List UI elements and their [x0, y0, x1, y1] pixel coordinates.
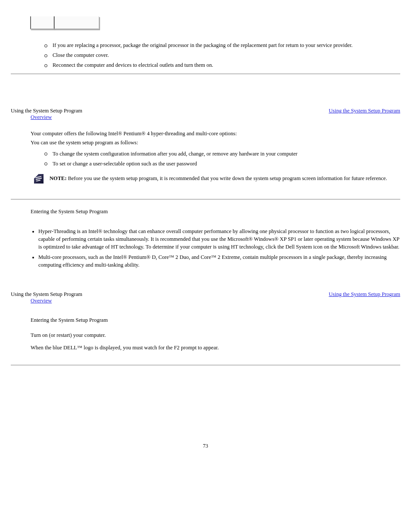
- list-item: If you are replacing a processor, packag…: [44, 42, 400, 49]
- note-text: NOTE: Before you use the system setup pr…: [50, 175, 387, 182]
- list-item: To change the system configuration infor…: [44, 151, 400, 157]
- page-number: 73: [11, 443, 400, 449]
- system-setup-intro-row-2: Using the System Setup Program Using the…: [11, 291, 400, 298]
- top-cell-right: [54, 16, 99, 29]
- overview-link[interactable]: Overview: [31, 114, 52, 121]
- system-setup-link-2[interactable]: Using the System Setup Program: [329, 291, 400, 298]
- intro-text-2: Using the System Setup Program: [11, 291, 82, 298]
- list-item: Reconnect the computer and devices to el…: [44, 62, 400, 68]
- section1-body: Your computer offers the following Intel…: [31, 130, 400, 146]
- system-setup-intro-row: Using the System Setup Program Using the…: [11, 108, 400, 114]
- section2-lead-text: Entering the System Setup Program: [31, 208, 108, 215]
- note-icon: [34, 174, 44, 184]
- setup-uses-list: To change the system configuration infor…: [44, 151, 400, 167]
- top-cell-left: [30, 16, 54, 29]
- step-title: Entering the System Setup Program: [31, 317, 400, 324]
- intro-text: Using the System Setup Program: [11, 108, 82, 114]
- system-setup-link[interactable]: Using the System Setup Program: [329, 108, 400, 114]
- section2-lead: Entering the System Setup Program: [31, 208, 400, 215]
- list-item: Multi-core processors, such as the Intel…: [38, 253, 400, 269]
- step-line: When the blue DELL™ logo is displayed, y…: [31, 345, 400, 351]
- step-line: Turn on (or restart) your computer.: [31, 332, 400, 339]
- body-text: Your computer offers the following Intel…: [31, 130, 400, 137]
- list-item: Hyper-Threading is an Intel® technology …: [38, 227, 400, 251]
- list-item: Close the computer cover.: [44, 52, 400, 59]
- note-block: NOTE: Before you use the system setup pr…: [34, 174, 400, 184]
- top-cells-table: [30, 16, 99, 29]
- tech-options-list: Hyper-Threading is an Intel® technology …: [21, 227, 400, 269]
- body-text: You can use the system setup program as …: [31, 139, 400, 146]
- list-item: To set or change a user-selectable optio…: [44, 161, 400, 167]
- enter-setup-steps: Entering the System Setup Program Turn o…: [31, 317, 400, 351]
- post-replace-steps: If you are replacing a processor, packag…: [44, 42, 400, 68]
- overview-link-2[interactable]: Overview: [31, 298, 52, 304]
- note-label: NOTE:: [50, 175, 67, 181]
